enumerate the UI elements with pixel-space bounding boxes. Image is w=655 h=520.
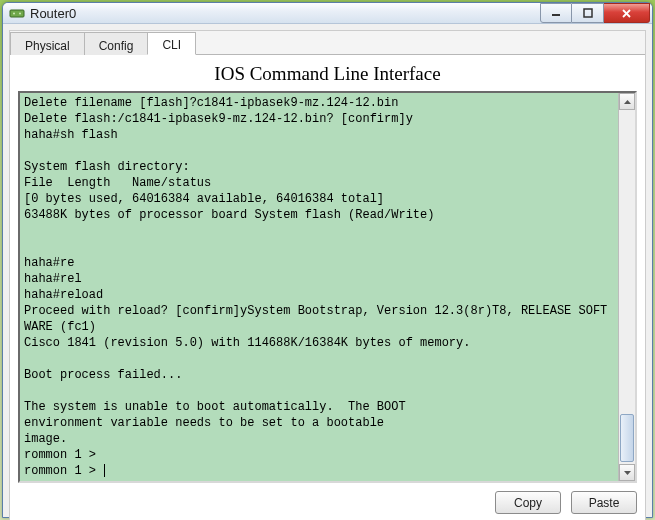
tab-cli[interactable]: CLI xyxy=(147,32,196,55)
button-row: Copy Paste xyxy=(18,491,637,514)
app-icon xyxy=(9,5,25,21)
cli-heading: IOS Command Line Interface xyxy=(18,63,637,85)
svg-point-2 xyxy=(19,13,21,15)
scroll-track[interactable] xyxy=(619,110,635,464)
copy-button[interactable]: Copy xyxy=(495,491,561,514)
tab-config[interactable]: Config xyxy=(84,32,149,55)
scroll-up-button[interactable] xyxy=(619,93,635,110)
app-window: Router0 Physical Config CLI IOS Command … xyxy=(2,2,653,518)
vertical-scrollbar[interactable] xyxy=(618,93,635,481)
tab-content: IOS Command Line Interface Delete filena… xyxy=(10,55,645,520)
window-controls xyxy=(540,3,650,23)
chevron-down-icon xyxy=(624,471,631,475)
terminal-container: Delete filename [flash]?c1841-ipbasek9-m… xyxy=(18,91,637,483)
svg-rect-0 xyxy=(10,10,24,17)
scroll-down-button[interactable] xyxy=(619,464,635,481)
chevron-up-icon xyxy=(624,100,631,104)
minimize-icon xyxy=(551,8,561,18)
paste-button[interactable]: Paste xyxy=(571,491,637,514)
window-title: Router0 xyxy=(30,6,540,21)
scroll-thumb[interactable] xyxy=(620,414,634,462)
cli-output: Delete filename [flash]?c1841-ipbasek9-m… xyxy=(24,96,607,478)
minimize-button[interactable] xyxy=(540,3,572,23)
svg-marker-8 xyxy=(624,471,631,475)
titlebar[interactable]: Router0 xyxy=(3,3,652,24)
maximize-icon xyxy=(583,8,593,18)
cli-terminal[interactable]: Delete filename [flash]?c1841-ipbasek9-m… xyxy=(20,93,618,481)
client-area: Physical Config CLI IOS Command Line Int… xyxy=(9,30,646,520)
svg-point-1 xyxy=(13,13,15,15)
svg-marker-7 xyxy=(624,100,631,104)
text-cursor xyxy=(104,464,105,477)
tab-physical[interactable]: Physical xyxy=(10,32,85,55)
maximize-button[interactable] xyxy=(572,3,604,23)
svg-rect-3 xyxy=(552,14,560,16)
tab-bar: Physical Config CLI xyxy=(10,31,645,55)
close-button[interactable] xyxy=(604,3,650,23)
close-icon xyxy=(621,8,632,19)
svg-rect-4 xyxy=(584,9,592,17)
